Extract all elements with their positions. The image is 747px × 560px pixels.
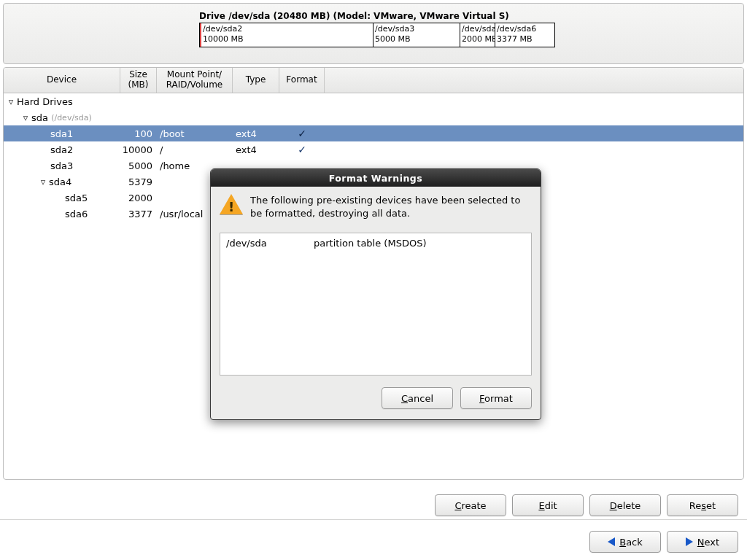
dialog-list-device: /dev/sda	[226, 238, 314, 249]
column-headers[interactable]: Device Size (MB) Mount Point/ RAID/Volum…	[4, 68, 743, 93]
partition-name: sda5	[65, 192, 88, 203]
partition-size: 5000	[120, 160, 157, 171]
dialog-list-row[interactable]: /dev/sdapartition table (MSDOS)	[226, 238, 525, 249]
arrow-right-icon	[686, 537, 693, 546]
partition-row[interactable]: sda210000/ext4✓	[4, 141, 743, 158]
tree-row-sda[interactable]: ▿ sda (/dev/sda)	[4, 109, 743, 125]
check-icon: ✓	[298, 128, 306, 139]
partition-size: 100	[120, 128, 157, 139]
partition-type: ext4	[233, 144, 279, 155]
dialog-list-desc: partition table (MSDOS)	[314, 238, 426, 249]
col-header-size[interactable]: Size (MB)	[120, 68, 157, 93]
drive-segment[interactable]: /dev/sda2000 MB	[460, 23, 495, 47]
partition-size: 2000	[120, 192, 157, 203]
drive-segment[interactable]: /dev/sda210000 MB	[200, 23, 374, 47]
partition-format: ✓	[279, 128, 325, 139]
delete-button[interactable]: Delete	[589, 494, 661, 516]
wizard-nav-bar: Back Next	[589, 531, 738, 553]
col-header-mount[interactable]: Mount Point/ RAID/Volume	[157, 68, 233, 93]
col-header-device[interactable]: Device	[4, 68, 120, 93]
tree-row-hard-drives[interactable]: ▿ Hard Drives	[4, 93, 743, 109]
arrow-left-icon	[608, 537, 615, 546]
col-header-format[interactable]: Format	[279, 68, 325, 93]
drive-segment[interactable]: /dev/sda63377 MB	[495, 23, 554, 47]
partition-mount: /boot	[157, 128, 233, 139]
partition-name: sda4	[49, 176, 71, 187]
col-header-spacer	[325, 68, 743, 93]
partition-name: sda3	[50, 160, 73, 171]
partition-size: 5379	[120, 176, 157, 187]
reset-button[interactable]: Reset	[667, 494, 738, 516]
col-header-type[interactable]: Type	[233, 68, 279, 93]
drive-partition-bar[interactable]: /dev/sda210000 MB/dev/sda35000 MB/dev/sd…	[199, 23, 555, 47]
dialog-message: The following pre-existing devices have …	[250, 194, 532, 219]
check-icon: ✓	[298, 144, 306, 155]
dialog-device-list[interactable]: /dev/sdapartition table (MSDOS)	[220, 233, 532, 376]
partition-mount: /	[157, 144, 233, 155]
drive-segment[interactable]: /dev/sda35000 MB	[374, 23, 460, 47]
tree-label: Hard Drives	[17, 96, 73, 107]
tree-label: sda	[31, 112, 48, 123]
format-warnings-dialog: Format Warnings ! The following pre-exis…	[210, 168, 541, 420]
partition-format: ✓	[279, 144, 325, 155]
create-button[interactable]: Create	[435, 494, 506, 516]
partition-name: sda6	[65, 209, 88, 219]
dialog-title: Format Warnings	[211, 169, 541, 187]
tree-label-path: (/dev/sda)	[51, 113, 92, 122]
partition-name: sda1	[50, 128, 73, 139]
cancel-button[interactable]: Cancel	[382, 387, 453, 409]
partition-size: 3377	[120, 209, 157, 219]
drive-summary-panel: Drive /dev/sda (20480 MB) (Model: VMware…	[3, 3, 744, 64]
partition-action-bar: Create Edit Delete Reset	[435, 494, 738, 516]
partition-size: 10000	[120, 144, 157, 155]
partition-type: ext4	[233, 128, 279, 139]
next-button[interactable]: Next	[667, 531, 738, 553]
chevron-down-icon[interactable]: ▿	[7, 96, 15, 107]
warning-icon: !	[220, 194, 243, 216]
back-button[interactable]: Back	[589, 531, 661, 553]
edit-button[interactable]: Edit	[512, 494, 584, 516]
chevron-down-icon[interactable]: ▿	[39, 176, 47, 187]
partition-name: sda2	[50, 144, 73, 155]
chevron-down-icon[interactable]: ▿	[21, 112, 30, 123]
partition-row[interactable]: sda1100/bootext4✓	[4, 125, 743, 141]
drive-title: Drive /dev/sda (20480 MB) (Model: VMware…	[199, 11, 736, 21]
format-button[interactable]: Format	[460, 387, 532, 409]
